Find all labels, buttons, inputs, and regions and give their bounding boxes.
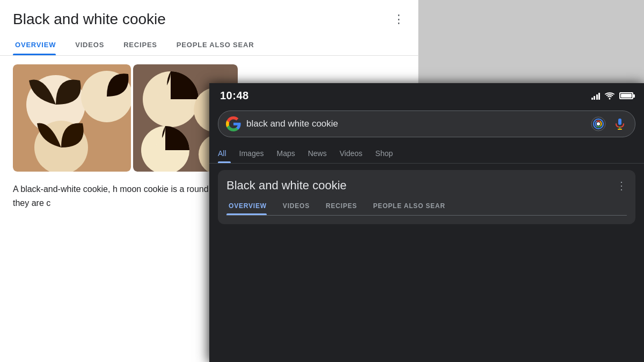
dark-result-title: Black and white cookie xyxy=(226,179,347,193)
filter-tabs-container: All Images Maps News Videos Shop xyxy=(209,144,644,164)
signal-bar-3 xyxy=(596,94,598,100)
filter-tab-all[interactable]: All xyxy=(218,144,235,163)
battery-fill xyxy=(621,94,632,98)
dark-tab-people[interactable]: PEOPLE ALSO SEAR xyxy=(371,199,452,215)
dark-mode-card: 10:48 xyxy=(209,83,644,362)
dark-tabs-container: OVERVIEW VIDEOS RECIPES PEOPLE ALSO SEAR xyxy=(226,199,627,216)
battery-icon xyxy=(619,92,633,99)
light-more-options-button[interactable]: ⋮ xyxy=(393,12,405,26)
light-tab-videos[interactable]: VIDEOS xyxy=(73,36,113,55)
light-card-title: Black and white cookie xyxy=(13,11,166,28)
search-bar[interactable]: black and white cookie xyxy=(218,110,635,137)
light-tab-recipes[interactable]: RECIPES xyxy=(121,36,166,55)
signal-icon xyxy=(591,92,601,100)
cookie-image-1 xyxy=(13,64,131,172)
filter-tab-news[interactable]: News xyxy=(308,144,335,163)
dark-tab-overview[interactable]: OVERVIEW xyxy=(226,199,274,215)
dark-result-section: Black and white cookie ⋮ OVERVIEW VIDEOS… xyxy=(218,170,635,224)
google-lens-icon[interactable] xyxy=(591,116,606,131)
light-card-header: Black and white cookie ⋮ xyxy=(0,0,418,28)
status-time: 10:48 xyxy=(220,90,249,102)
dark-tab-videos[interactable]: VIDEOS xyxy=(281,199,317,215)
status-icons xyxy=(591,92,634,100)
signal-bar-1 xyxy=(591,98,593,100)
status-bar: 10:48 xyxy=(209,83,644,106)
filter-tab-shop[interactable]: Shop xyxy=(375,144,401,163)
search-right-icons xyxy=(591,116,627,131)
filter-tab-images[interactable]: Images xyxy=(239,144,273,163)
svg-point-13 xyxy=(597,122,600,125)
svg-point-10 xyxy=(609,98,611,99)
google-logo xyxy=(226,116,241,131)
wifi-icon xyxy=(604,92,615,100)
dark-more-options-button[interactable]: ⋮ xyxy=(616,179,627,192)
filter-tab-videos[interactable]: Videos xyxy=(340,144,371,163)
dark-tab-recipes[interactable]: RECIPES xyxy=(324,199,364,215)
search-query-text: black and white cookie xyxy=(246,119,586,129)
filter-tab-maps[interactable]: Maps xyxy=(276,144,303,163)
search-bar-container: black and white cookie xyxy=(209,106,644,144)
signal-bar-2 xyxy=(594,96,595,100)
light-tab-overview[interactable]: OVERVIEW xyxy=(13,36,64,55)
dark-result-header: Black and white cookie ⋮ xyxy=(226,179,627,193)
svg-rect-14 xyxy=(618,119,621,125)
light-tab-people[interactable]: PEOPLE ALSO SEAR xyxy=(174,36,263,55)
light-tabs-container: OVERVIEW VIDEOS RECIPES PEOPLE ALSO SEAR xyxy=(0,28,418,56)
microphone-icon[interactable] xyxy=(612,116,627,131)
signal-bar-4 xyxy=(598,93,600,100)
